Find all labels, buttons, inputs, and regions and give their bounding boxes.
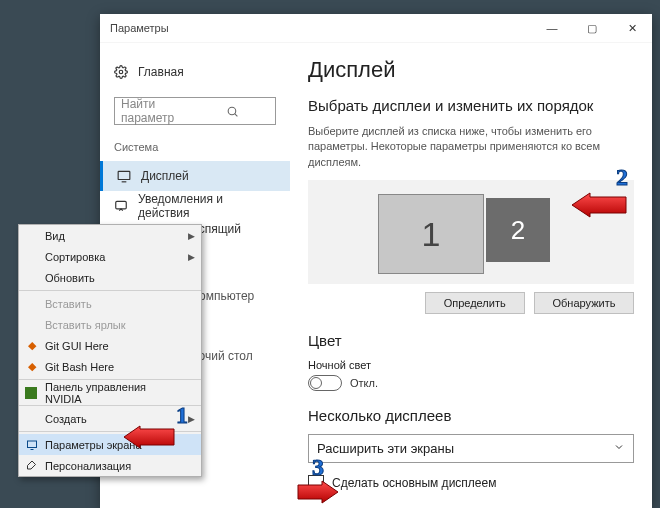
annotation-number-3: 3 [312,454,324,481]
monitor-icon [117,169,131,183]
toggle-state: Откл. [350,377,378,389]
settings-main: Дисплей Выбрать дисплеи и изменить их по… [290,43,652,508]
menu-separator [19,405,201,406]
monitor-icon [25,438,39,452]
night-light-label: Ночной свет [308,359,634,371]
dropdown-value: Расширить эти экраны [317,441,454,456]
monitor-2[interactable]: 2 [486,198,550,262]
svg-marker-9 [124,426,174,448]
git-icon: ◆ [25,339,39,353]
submenu-arrow-icon: ▶ [188,414,195,424]
section-arrange: Выбрать дисплеи и изменить их порядок [308,97,634,114]
search-input[interactable]: Найти параметр [114,97,276,125]
annotation-arrow-1 [124,426,174,448]
sidebar-item-notifications[interactable]: Уведомления и действия [114,191,276,221]
git-icon: ◆ [25,360,39,374]
minimize-button[interactable]: — [532,14,572,42]
submenu-arrow-icon: ▶ [188,252,195,262]
menu-separator [19,290,201,291]
menu-item-nvidia[interactable]: Панель управления NVIDIA [19,382,201,403]
sidebar-home-label: Главная [138,65,184,79]
menu-item-git-bash[interactable]: ◆Git Bash Here [19,356,201,377]
make-primary-checkbox[interactable]: Сделать основным дисплеем [308,475,634,491]
sidebar-home[interactable]: Главная [114,57,276,87]
monitor-1[interactable]: 1 [378,194,484,274]
sidebar-item-label: Уведомления и действия [138,192,276,220]
annotation-arrow-2 [572,193,626,217]
sidebar-item-display[interactable]: Дисплей [100,161,290,191]
section-multiple: Несколько дисплеев [308,407,634,424]
menu-item-view[interactable]: Вид▶ [19,225,201,246]
chevron-down-icon [613,441,625,456]
arrange-hint: Выберите дисплей из списка ниже, чтобы и… [308,124,634,170]
window-title: Параметры [110,22,532,34]
search-placeholder: Найти параметр [121,97,195,125]
sidebar-group-label: Система [114,141,276,153]
maximize-button[interactable]: ▢ [572,14,612,42]
page-title: Дисплей [308,57,634,83]
svg-rect-7 [28,441,37,448]
annotation-arrow-3 [298,481,338,503]
annotation-number-2: 2 [616,164,628,191]
sidebar-item-label: Дисплей [141,169,189,183]
search-icon [195,104,269,118]
submenu-arrow-icon: ▶ [188,231,195,241]
night-light-toggle[interactable] [308,375,342,391]
menu-item-paste: Вставить [19,293,201,314]
menu-item-refresh[interactable]: Обновить [19,267,201,288]
nvidia-icon [25,387,37,399]
menu-item-paste-shortcut: Вставить ярлык [19,314,201,335]
close-button[interactable]: ✕ [612,14,652,42]
svg-rect-3 [118,171,130,179]
multiple-displays-dropdown[interactable]: Расширить эти экраны [308,434,634,463]
identify-button[interactable]: Определить [425,292,525,314]
annotation-number-1: 1 [176,402,188,429]
svg-point-1 [228,107,236,115]
menu-item-git-gui[interactable]: ◆Git GUI Here [19,335,201,356]
svg-marker-10 [572,193,626,217]
checkbox-label: Сделать основным дисплеем [332,476,496,490]
svg-marker-11 [298,481,338,503]
gear-icon [114,65,128,79]
paint-icon [25,459,39,473]
menu-item-sort[interactable]: Сортировка▶ [19,246,201,267]
chat-icon [114,199,128,213]
title-bar: Параметры — ▢ ✕ [100,14,652,43]
svg-line-2 [234,113,237,116]
svg-rect-5 [116,201,127,209]
section-color: Цвет [308,332,634,349]
menu-item-personalize[interactable]: Персонализация [19,455,201,476]
svg-point-0 [119,70,123,74]
detect-button[interactable]: Обнаружить [534,292,634,314]
